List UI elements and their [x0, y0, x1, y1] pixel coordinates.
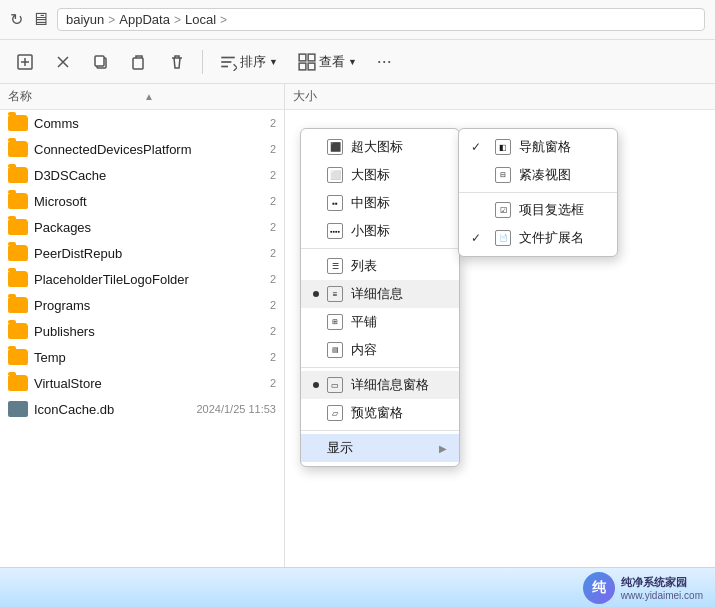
menu-item-tiles[interactable]: ⊞ 平铺 — [301, 308, 459, 336]
copy-button[interactable] — [84, 49, 118, 75]
list-item[interactable]: Programs 2 — [0, 292, 284, 318]
menu-label-details-pane: 详细信息窗格 — [351, 376, 429, 394]
list-item[interactable]: Microsoft 2 — [0, 188, 284, 214]
list-item[interactable]: ConnectedDevicesPlatform 2 — [0, 136, 284, 162]
menu-item-list[interactable]: ☰ 列表 — [301, 252, 459, 280]
folder-icon — [8, 167, 28, 183]
menu-item-large[interactable]: ⬜ 大图标 — [301, 161, 459, 189]
folder-icon — [8, 349, 28, 365]
menu-label-content: 内容 — [351, 341, 377, 359]
menu-item-extra-large[interactable]: ⬛ 超大图标 — [301, 133, 459, 161]
logo-circle: 纯 — [583, 572, 615, 604]
breadcrumb-item-baiyun[interactable]: baiyun — [66, 12, 104, 27]
menu-item-compact-view[interactable]: ✓ ⊟ 紧凑视图 — [459, 161, 617, 189]
menu-item-details-pane[interactable]: ▭ 详细信息窗格 — [301, 371, 459, 399]
display-divider-1 — [459, 192, 617, 193]
menu-item-details[interactable]: ≡ 详细信息 — [301, 280, 459, 308]
list-item[interactable]: Temp 2 — [0, 344, 284, 370]
svg-rect-10 — [308, 54, 315, 61]
list-item[interactable]: IconCache.db 2024/1/25 11:53 — [0, 396, 284, 422]
file-date: 2 — [270, 169, 276, 181]
menu-item-content[interactable]: ▤ 内容 — [301, 336, 459, 364]
sort-button[interactable]: 排序 ▼ — [211, 49, 286, 75]
folder-icon — [8, 297, 28, 313]
folder-icon — [8, 193, 28, 209]
file-list[interactable]: 名称 ▲ Comms 2 ConnectedDevicesPlatform 2 … — [0, 84, 285, 567]
menu-item-nav-pane[interactable]: ✓ ◧ 导航窗格 — [459, 133, 617, 161]
delete-button[interactable] — [160, 49, 194, 75]
file-name: VirtualStore — [34, 376, 102, 391]
toolbar: 排序 ▼ 查看 ▼ ··· — [0, 40, 715, 84]
extra-large-icon: ⬛ — [327, 139, 343, 155]
menu-label-details: 详细信息 — [351, 285, 403, 303]
list-item[interactable]: PlaceholderTileLogoFolder 2 — [0, 266, 284, 292]
details-pane-icon: ▭ — [327, 377, 343, 393]
menu-label-list: 列表 — [351, 257, 377, 275]
main-area: 名称 ▲ Comms 2 ConnectedDevicesPlatform 2 … — [0, 84, 715, 567]
right-panel-header: 大小 — [285, 84, 715, 110]
checked-dot — [313, 291, 319, 297]
file-date: 2 — [270, 273, 276, 285]
refresh-icon[interactable]: ↻ — [10, 10, 23, 29]
file-name: Comms — [34, 116, 79, 131]
list-item[interactable]: Comms 2 — [0, 110, 284, 136]
file-date: 2 — [270, 117, 276, 129]
list-item[interactable]: VirtualStore 2 — [0, 370, 284, 396]
delete-icon — [168, 53, 186, 71]
menu-item-preview-pane[interactable]: ▱ 预览窗格 — [301, 399, 459, 427]
menu-item-display[interactable]: 显示 ▶ — [301, 434, 459, 462]
folder-icon — [8, 219, 28, 235]
file-date: 2 — [270, 325, 276, 337]
list-item[interactable]: PeerDistRepub 2 — [0, 240, 284, 266]
folder-icon — [8, 115, 28, 131]
file-name: PlaceholderTileLogoFolder — [34, 272, 189, 287]
logo-text-block: 纯净系统家园 www.yidaimei.com — [621, 575, 703, 601]
list-item[interactable]: Packages 2 — [0, 214, 284, 240]
breadcrumb-sep-1: > — [108, 13, 115, 27]
folder-icon — [8, 141, 28, 157]
svg-rect-4 — [95, 56, 104, 66]
more-button[interactable]: ··· — [369, 47, 400, 76]
view-menu[interactable]: ⬛ 超大图标 ⬜ 大图标 ▪▪ 中图标 ▪▪▪▪ 小图标 ☰ — [300, 128, 460, 467]
folder-icon — [8, 245, 28, 261]
item-checkbox-icon: ☑ — [495, 202, 511, 218]
view-label: 查看 — [319, 53, 345, 71]
breadcrumb-sep-3: > — [220, 13, 227, 27]
breadcrumb-item-local[interactable]: Local — [185, 12, 216, 27]
svg-rect-11 — [299, 63, 306, 70]
new-icon — [16, 53, 34, 71]
db-icon — [8, 401, 28, 417]
new-button[interactable] — [8, 49, 42, 75]
menu-divider-3 — [301, 430, 459, 431]
display-label: 显示 — [327, 439, 431, 457]
display-submenu[interactable]: ✓ ◧ 导航窗格 ✓ ⊟ 紧凑视图 ✓ ☑ 项目复选框 ✓ 📄 文件扩展名 — [458, 128, 618, 257]
checkmark-nav: ✓ — [471, 140, 487, 154]
menu-item-small[interactable]: ▪▪▪▪ 小图标 — [301, 217, 459, 245]
paste-button[interactable] — [122, 49, 156, 75]
menu-item-item-checkbox[interactable]: ✓ ☑ 项目复选框 — [459, 196, 617, 224]
folder-icon — [8, 271, 28, 287]
statusbar-logo: 纯 纯净系统家园 www.yidaimei.com — [583, 572, 703, 604]
breadcrumb[interactable]: baiyun > AppData > Local > — [57, 8, 705, 31]
breadcrumb-item-appdata[interactable]: AppData — [119, 12, 170, 27]
breadcrumb-sep-2: > — [174, 13, 181, 27]
menu-item-medium[interactable]: ▪▪ 中图标 — [301, 189, 459, 217]
menu-label-nav-pane: 导航窗格 — [519, 138, 571, 156]
file-name: IconCache.db — [34, 402, 114, 417]
list-item[interactable]: Publishers 2 — [0, 318, 284, 344]
tiles-icon: ⊞ — [327, 314, 343, 330]
menu-label-compact-view: 紧凑视图 — [519, 166, 571, 184]
paste-icon — [130, 53, 148, 71]
list-item[interactable]: D3DSCache 2 — [0, 162, 284, 188]
content-icon: ▤ — [327, 342, 343, 358]
file-date: 2024/1/25 11:53 — [196, 403, 276, 415]
menu-item-file-ext[interactable]: ✓ 📄 文件扩展名 — [459, 224, 617, 252]
col-size-header: 大小 — [293, 88, 317, 105]
titlebar: ↻ 🖥 baiyun > AppData > Local > — [0, 0, 715, 40]
file-name: ConnectedDevicesPlatform — [34, 142, 192, 157]
view-button[interactable]: 查看 ▼ — [290, 49, 365, 75]
file-ext-icon: 📄 — [495, 230, 511, 246]
file-date: 2 — [270, 195, 276, 207]
toolbar-divider-1 — [202, 50, 203, 74]
cut-button[interactable] — [46, 49, 80, 75]
